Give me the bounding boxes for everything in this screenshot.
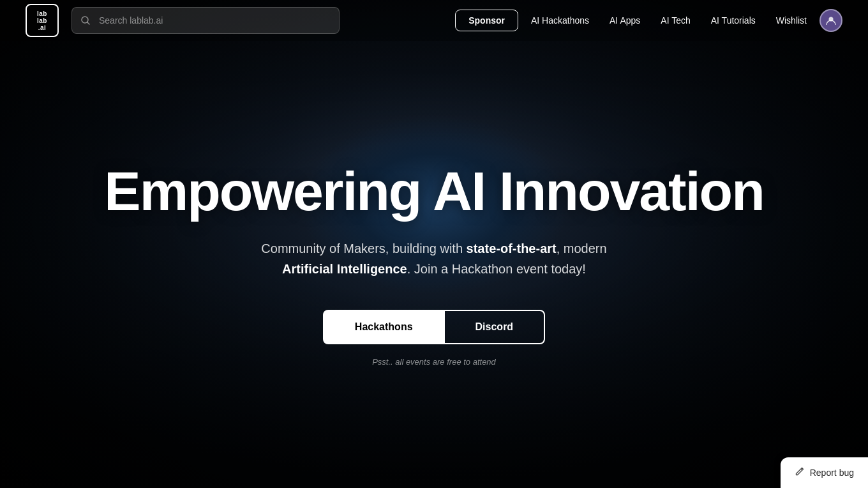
hero-section: Empowering AI Innovation Community of Ma… [0, 41, 868, 488]
hero-subtitle-highlight: state-of-the-art [467, 241, 557, 255]
nav-link-ai-hackathons[interactable]: AI Hackathons [523, 10, 597, 31]
sponsor-button[interactable]: Sponsor [455, 10, 518, 31]
logo-text: lab lab .ai [37, 10, 47, 31]
svg-line-1 [87, 22, 90, 25]
hero-note: Psst.. all events are free to attend [372, 357, 496, 367]
nav-link-ai-tech[interactable]: AI Tech [653, 10, 698, 31]
hero-subtitle-middle: , modern [557, 241, 607, 255]
navbar: lab lab .ai Sponsor AI Hackathons AI App… [0, 0, 868, 41]
hero-subtitle-prefix: Community of Makers, building with [261, 241, 466, 255]
pencil-icon [795, 466, 805, 479]
nav-link-wishlist[interactable]: Wishlist [768, 10, 814, 31]
navbar-left: lab lab .ai [26, 4, 340, 37]
hero-subtitle: Community of Makers, building with state… [261, 238, 606, 279]
hero-buttons: Hackathons Discord [323, 310, 545, 344]
report-bug-button[interactable]: Report bug [781, 457, 868, 488]
nav-link-ai-tutorials[interactable]: AI Tutorials [703, 10, 763, 31]
navbar-right: Sponsor AI Hackathons AI Apps AI Tech AI… [455, 9, 842, 32]
hero-subtitle-ai: Artificial Intelligence [282, 262, 407, 276]
hero-title: Empowering AI Innovation [104, 162, 763, 220]
search-input[interactable] [71, 7, 340, 34]
report-bug-label: Report bug [810, 468, 854, 478]
user-avatar[interactable] [819, 9, 842, 32]
hackathons-button[interactable]: Hackathons [323, 310, 445, 344]
hero-subtitle-suffix: . Join a Hackathon event today! [407, 262, 586, 276]
nav-link-ai-apps[interactable]: AI Apps [602, 10, 648, 31]
search-icon [80, 15, 91, 26]
search-container [71, 7, 340, 34]
discord-button[interactable]: Discord [444, 310, 546, 344]
logo[interactable]: lab lab .ai [26, 4, 59, 37]
